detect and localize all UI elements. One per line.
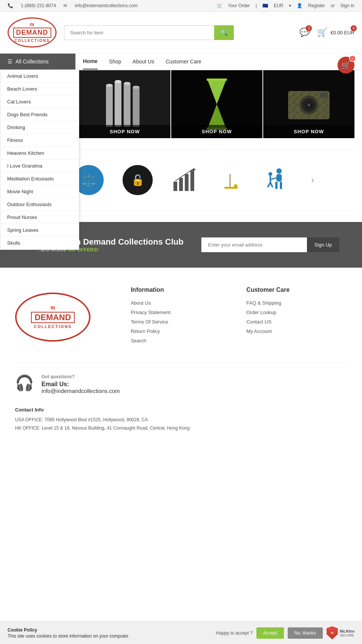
floating-cart-badge: 0	[349, 55, 356, 62]
menu-item-skulls[interactable]: Skulls	[0, 237, 79, 250]
svg-point-3	[115, 80, 121, 83]
signin-link[interactable]: Sign In	[341, 3, 354, 8]
newsletter-signup-button[interactable]: Sign Up	[307, 237, 339, 252]
collections-dropdown: Animal Lovers Beach Lovers Cat Lovers Do…	[0, 69, 79, 250]
footer-customer-care: Customer Care FAQ & Shipping Order Looku…	[246, 287, 347, 347]
logo: IN DEMAND COLLECTIONS	[8, 17, 57, 48]
svg-point-35	[268, 172, 272, 176]
person-helping-icon	[262, 166, 288, 194]
top-bar-left: 📞 1-(888)-231-8074 ✉ info@indemandcollec…	[8, 3, 138, 8]
top-bar: 📞 1-(888)-231-8074 ✉ info@indemandcollec…	[0, 0, 362, 12]
footer-search[interactable]: Search	[131, 338, 232, 344]
footer-privacy[interactable]: Privacy Statement	[131, 310, 232, 315]
nav-about[interactable]: About Us	[133, 54, 155, 69]
footer-logo-demand: DEMAND	[35, 313, 71, 322]
footer-information: Information About Us Privacy Statement T…	[131, 287, 232, 347]
collections-label: All Collections	[15, 59, 49, 65]
svg-marker-8	[207, 80, 226, 104]
next-arrow[interactable]: ›	[307, 171, 318, 189]
svg-rect-6	[133, 87, 140, 127]
svg-rect-30	[224, 187, 238, 189]
divider: |	[256, 3, 257, 8]
svg-point-5	[124, 82, 130, 85]
footer-logo-collections: COLLECTIONS	[31, 324, 75, 329]
menu-item-drinking[interactable]: Drinking	[0, 121, 79, 134]
your-order-link[interactable]: Your Order	[228, 3, 250, 8]
footer-terms[interactable]: Terms Of Service	[131, 319, 232, 325]
product-card-1: SHOP NOW	[79, 70, 170, 138]
menu-item-i-love-grandma[interactable]: I Love Grandma	[0, 160, 79, 173]
lock-icon-circle: 🔓	[123, 165, 153, 195]
footer-faq[interactable]: FAQ & Shipping	[246, 300, 347, 306]
search-input[interactable]	[64, 25, 214, 40]
phone-number: 1-(888)-231-8074	[21, 3, 56, 8]
customer-care-heading: Customer Care	[246, 287, 347, 293]
cart-icon-wrap[interactable]: 🛒 0 €0.00 EUR	[317, 28, 354, 37]
wishlist-badge: 0	[306, 25, 312, 31]
collections-button[interactable]: ☰ All Collections	[0, 54, 75, 69]
menu-item-movie-night[interactable]: Movie Night	[0, 185, 79, 198]
svg-rect-10	[207, 79, 227, 81]
newsletter-email-input[interactable]	[201, 237, 307, 252]
menu-item-meditation[interactable]: Meditation Entusiasts	[0, 173, 79, 185]
menu-item-fitness[interactable]: Fitness	[0, 134, 79, 147]
svg-rect-32	[276, 174, 282, 182]
footer-logo: IN DEMAND COLLECTIONS	[15, 293, 90, 342]
newsletter-right: Sign Up	[201, 237, 339, 252]
menu-item-animal-lovers[interactable]: Animal Lovers	[0, 70, 79, 83]
logo-line1: IN	[13, 22, 51, 27]
menu-item-cat-lovers[interactable]: Cat Lovers	[0, 96, 79, 108]
wishlist-icon-wrap[interactable]: 💬 0	[299, 28, 310, 37]
footer-logo-wrap: IN DEMAND COLLECTIONS	[15, 287, 116, 347]
menu-item-beach-lovers[interactable]: Beach Lovers	[0, 83, 79, 96]
phone-icon: 📞	[8, 3, 13, 8]
logo-wrap[interactable]: IN DEMAND COLLECTIONS	[8, 17, 57, 48]
svg-line-37	[270, 178, 276, 180]
shop-now-3[interactable]: SHOP NOW	[263, 125, 354, 138]
currency-selector[interactable]: EUR	[274, 3, 283, 8]
contact-address-1: USA OFFICE: 7095 Hollywood Blvd #1525, H…	[15, 416, 347, 424]
nav-bar: ☰ All Collections Animal Lovers Beach Lo…	[0, 54, 362, 70]
svg-point-31	[276, 168, 282, 174]
product-card-2: SHOP NOW	[171, 70, 262, 138]
register-link[interactable]: Register	[308, 3, 325, 8]
footer-my-account[interactable]: My Account	[246, 328, 347, 334]
email-us-label: Email Us:	[41, 381, 120, 388]
contact-info-heading: Contact Info	[15, 405, 347, 414]
footer-contact-us[interactable]: Contact US	[246, 319, 347, 325]
menu-item-proud-nurses[interactable]: Proud Nurses	[0, 211, 79, 224]
svg-rect-2	[115, 82, 121, 127]
footer-return-policy[interactable]: Return Policy	[131, 328, 232, 334]
scale-icon: ⚖️	[82, 174, 96, 187]
footer-contact: 🎧 Got questions? Email Us: info@indemand…	[15, 362, 347, 394]
search-button[interactable]: 🔍	[214, 25, 234, 40]
chevron-down-icon: ▾	[289, 3, 291, 8]
footer-top: IN DEMAND COLLECTIONS Information About …	[15, 287, 347, 347]
lock-icon: 🔓	[131, 174, 144, 186]
top-bar-right: 🛒 Your Order | 🇪🇺 EUR ▾ 👤 Register or Si…	[217, 3, 354, 8]
shop-now-2[interactable]: SHOP NOW	[171, 125, 262, 138]
shop-now-1[interactable]: SHOP NOW	[79, 125, 170, 138]
logo-line3: COLLECTIONS	[13, 39, 51, 43]
nav-home[interactable]: Home	[83, 54, 98, 69]
menu-item-dogs-best-friends[interactable]: Dogs Best Friends	[0, 108, 79, 121]
nav-customer-care[interactable]: Customer Care	[166, 54, 201, 69]
floating-cart[interactable]: 🛒 0	[337, 57, 354, 74]
footer-order-lookup[interactable]: Order Lookup	[246, 310, 347, 315]
beach-relaxing-icon	[217, 166, 243, 194]
menu-item-outdoor[interactable]: Outdoor Enthusiasts	[0, 198, 79, 211]
menu-item-spring-leaves[interactable]: Spring Leaves	[0, 224, 79, 237]
nav-links: Home Shop About Us Customer Care	[75, 54, 209, 69]
user-icon: 👤	[297, 3, 302, 8]
email-link[interactable]: info@indemandcollections.com	[75, 3, 137, 8]
or-text: or	[331, 3, 335, 8]
menu-item-heavens-kitchen[interactable]: Heavens Kitchen	[0, 147, 79, 160]
cart-total: €0.00 EUR	[330, 30, 354, 35]
svg-point-1	[106, 84, 113, 87]
headset-icon: 🎧	[15, 374, 34, 392]
growth-chart-icon	[172, 166, 198, 194]
nav-shop[interactable]: Shop	[109, 54, 121, 69]
svg-rect-26	[190, 170, 194, 191]
product-grid: SHOP NOW SHOP NOW	[79, 70, 354, 138]
footer-about-us[interactable]: About Us	[131, 300, 232, 306]
